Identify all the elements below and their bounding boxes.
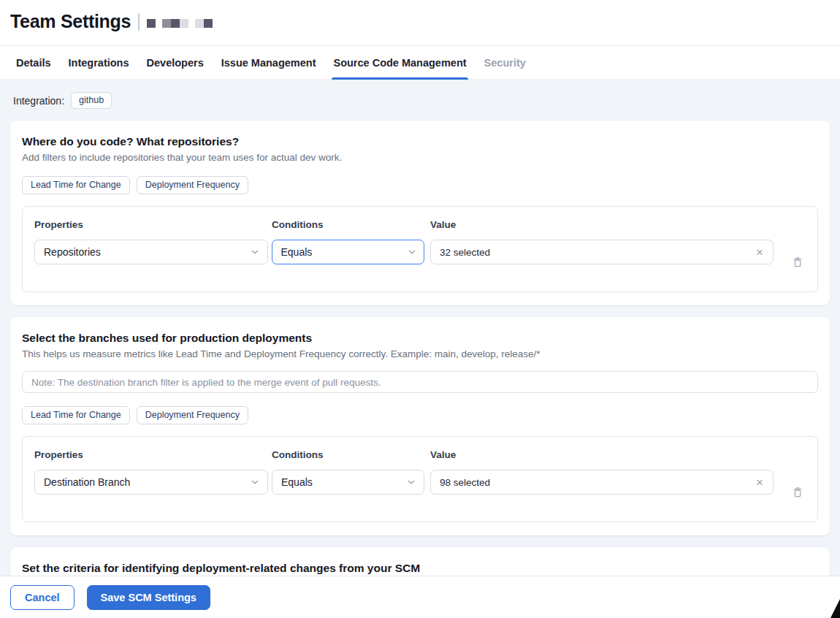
- badge-deploy-freq: Deployment Frequency: [137, 176, 248, 194]
- conditions-label: Conditions: [272, 449, 424, 460]
- tab-issue-management[interactable]: Issue Management: [221, 46, 316, 79]
- title-row: Team Settings: [10, 11, 830, 32]
- badge-lead-time: Lead Time for Change: [22, 176, 130, 194]
- condition-select[interactable]: Equals: [272, 470, 424, 495]
- delete-filter-button[interactable]: [790, 254, 806, 272]
- metric-badges: Lead Time for Change Deployment Frequenc…: [22, 176, 818, 194]
- branches-card: Select the branches used for production …: [10, 317, 830, 535]
- value-label: Value: [430, 449, 774, 460]
- tab-details[interactable]: Details: [16, 46, 51, 79]
- card-title: Set the criteria for identifying deploym…: [22, 562, 818, 575]
- tab-security: Security: [484, 46, 526, 79]
- chevron-down-icon: [407, 247, 417, 257]
- chevron-down-icon: [406, 477, 416, 487]
- title-divider: [138, 13, 140, 31]
- tab-integrations[interactable]: Integrations: [69, 46, 129, 79]
- mouse-cursor: [831, 599, 840, 618]
- cancel-button[interactable]: Cancel: [10, 585, 75, 610]
- property-select[interactable]: Repositories: [34, 240, 268, 264]
- redacted-team-name: [147, 19, 213, 28]
- conditions-label: Conditions: [272, 219, 424, 230]
- metric-badges: Lead Time for Change Deployment Frequenc…: [22, 406, 818, 424]
- badge-lead-time: Lead Time for Change: [22, 406, 130, 424]
- action-footer: Cancel Save SCM Settings: [0, 576, 840, 618]
- condition-select-value: Equals: [281, 476, 313, 488]
- condition-select-value: Equals: [281, 246, 313, 258]
- value-multiselect[interactable]: 32 selected ×: [430, 240, 774, 264]
- filter-row: Properties Repositories Conditions Equal…: [34, 219, 806, 272]
- branch-note-input[interactable]: [22, 371, 818, 393]
- value-selected-count: 98 selected: [440, 477, 490, 488]
- property-select-value: Destination Branch: [44, 476, 130, 488]
- property-select-value: Repositories: [44, 246, 101, 258]
- condition-select[interactable]: Equals: [272, 240, 424, 264]
- repositories-filterbox: Properties Repositories Conditions Equal…: [22, 206, 818, 292]
- card-subtitle: This helps us measure metrics like Lead …: [22, 348, 818, 359]
- save-scm-settings-button[interactable]: Save SCM Settings: [87, 585, 210, 610]
- value-multiselect[interactable]: 98 selected ×: [430, 470, 774, 495]
- integration-row: Integration: github: [10, 92, 830, 109]
- page-title: Team Settings: [10, 11, 131, 32]
- settings-tabbar: Details Integrations Developers Issue Ma…: [0, 45, 840, 80]
- integration-badge: github: [71, 92, 112, 109]
- scm-settings-content: Integration: github Where do you code? W…: [0, 80, 840, 603]
- trash-icon: [791, 486, 804, 501]
- card-subtitle: Add filters to include repositories that…: [22, 152, 818, 163]
- value-selected-count: 32 selected: [440, 247, 490, 258]
- properties-label: Properties: [34, 219, 268, 230]
- repositories-card: Where do you code? What repositories? Ad…: [10, 121, 830, 305]
- clear-icon[interactable]: ×: [755, 476, 764, 489]
- chevron-down-icon: [250, 477, 260, 487]
- value-label: Value: [430, 219, 774, 230]
- properties-label: Properties: [34, 449, 268, 460]
- chevron-down-icon: [250, 247, 260, 257]
- badge-deploy-freq: Deployment Frequency: [137, 406, 248, 424]
- tab-developers[interactable]: Developers: [147, 46, 204, 79]
- page-header: Team Settings: [0, 0, 840, 45]
- branches-filterbox: Properties Destination Branch Conditions…: [22, 436, 818, 522]
- integration-label: Integration:: [13, 95, 64, 107]
- card-title: Select the branches used for production …: [22, 332, 818, 345]
- trash-icon: [791, 256, 804, 271]
- property-select[interactable]: Destination Branch: [34, 470, 268, 495]
- tab-source-code-management[interactable]: Source Code Management: [333, 46, 466, 79]
- card-title: Where do you code? What repositories?: [22, 135, 818, 148]
- clear-icon[interactable]: ×: [755, 246, 764, 259]
- filter-row: Properties Destination Branch Conditions…: [34, 449, 806, 503]
- delete-filter-button[interactable]: [790, 484, 806, 503]
